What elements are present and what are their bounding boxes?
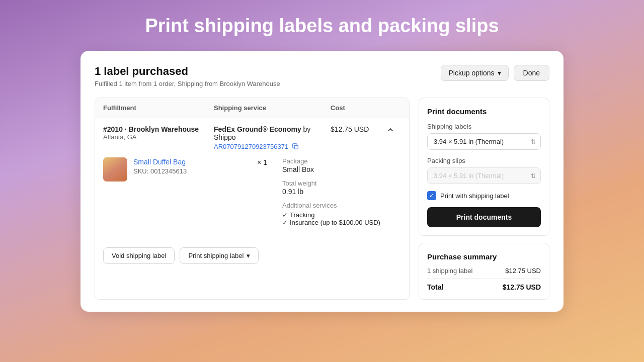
fulfillment-id: #2010 · Brooklyn Warehouse bbox=[103, 125, 214, 133]
fulfillment-row: #2010 · Brooklyn Warehouse Atlanta, GA F… bbox=[95, 118, 409, 240]
card-header-left: 1 label purchased Fulfilled 1 item from … bbox=[95, 65, 280, 87]
weight-label: Total weight bbox=[282, 179, 401, 187]
service-item-tracking: ✓ Tracking bbox=[282, 211, 401, 219]
shipping-service-name: FedEx Ground® Economy by Shippo bbox=[214, 125, 331, 141]
package-value: Small Box bbox=[282, 165, 401, 173]
main-card: 1 label purchased Fulfilled 1 item from … bbox=[80, 51, 564, 312]
print-shipping-label-button[interactable]: Print shipping label ▾ bbox=[180, 247, 259, 264]
packing-slips-select-wrapper: 3.94 × 5.91 in (Thermal) ⇅ bbox=[427, 167, 541, 184]
fulfillment-row-header: #2010 · Brooklyn Warehouse Atlanta, GA F… bbox=[103, 125, 401, 150]
pickup-options-label: Pickup options bbox=[448, 69, 494, 77]
card-header-right: Pickup options ▾ Done bbox=[441, 65, 549, 81]
print-with-label-text: Print with shipping label bbox=[440, 192, 509, 200]
service-name-text: FedEx Ground® Economy bbox=[214, 125, 301, 133]
purchase-summary-card: Purchase summary 1 shipping label $12.75… bbox=[419, 243, 549, 300]
card-header: 1 label purchased Fulfilled 1 item from … bbox=[95, 65, 549, 87]
additional-services-section: Additional services ✓ Tracking ✓ Insuran… bbox=[282, 202, 401, 226]
svg-rect-0 bbox=[294, 145, 298, 149]
shipping-labels-select[interactable]: 3.94 × 5.91 in (Thermal) bbox=[427, 133, 541, 150]
right-panel: Print documents Shipping labels 3.94 × 5… bbox=[419, 98, 549, 300]
print-docs-card: Print documents Shipping labels 3.94 × 5… bbox=[419, 98, 549, 236]
summary-label-0: 1 shipping label bbox=[427, 267, 472, 275]
col-shipping-service: Shipping service bbox=[214, 104, 331, 112]
shipping-labels-select-wrapper: 3.94 × 5.91 in (Thermal) ⇅ bbox=[427, 133, 541, 150]
action-buttons: Void shipping label Print shipping label… bbox=[95, 247, 409, 272]
col-action bbox=[386, 104, 401, 112]
package-section: Package Small Box bbox=[282, 157, 401, 173]
card-subtitle: Fulfilled 1 item from 1 order, Shipping … bbox=[95, 80, 280, 87]
copy-icon[interactable] bbox=[292, 143, 299, 150]
service-insurance-text: Insurance (up to $100.00 USD) bbox=[290, 219, 380, 226]
service-tracking-text: Tracking bbox=[290, 211, 314, 219]
summary-row-0: 1 shipping label $12.75 USD bbox=[427, 267, 541, 275]
void-shipping-label-button[interactable]: Void shipping label bbox=[103, 247, 175, 264]
purchase-summary-title: Purchase summary bbox=[427, 252, 541, 261]
print-label-text: Print shipping label bbox=[188, 252, 244, 259]
pickup-options-button[interactable]: Pickup options ▾ bbox=[441, 65, 508, 81]
item-name-link[interactable]: Small Duffel Bag bbox=[133, 158, 186, 166]
collapse-icon[interactable] bbox=[386, 125, 395, 134]
print-documents-button[interactable]: Print documents bbox=[427, 207, 541, 227]
chevron-down-icon-print: ▾ bbox=[247, 252, 250, 259]
shipping-service-col: FedEx Ground® Economy by Shippo AR070791… bbox=[214, 125, 331, 150]
print-with-label-checkbox[interactable]: ✓ bbox=[427, 191, 436, 200]
fulfillment-id-col: #2010 · Brooklyn Warehouse Atlanta, GA bbox=[103, 125, 214, 141]
print-docs-title: Print documents bbox=[427, 107, 541, 116]
table-header: Fulfillment Shipping service Cost bbox=[95, 98, 409, 118]
summary-value-0: $12.75 USD bbox=[505, 267, 541, 275]
summary-total-value: $12.75 USD bbox=[503, 283, 541, 291]
col-cost: Cost bbox=[331, 104, 386, 112]
tracking-link[interactable]: AR070791270923756371 bbox=[214, 143, 331, 150]
weight-section: Total weight 0.91 lb bbox=[282, 179, 401, 196]
tracking-number: AR070791270923756371 bbox=[214, 143, 288, 150]
service-item-insurance: ✓ Insurance (up to $100.00 USD) bbox=[282, 219, 401, 226]
summary-total-label: Total bbox=[427, 283, 443, 291]
fulfillment-location: Atlanta, GA bbox=[103, 133, 214, 141]
check-icon-tracking: ✓ bbox=[282, 211, 288, 219]
package-label: Package bbox=[282, 157, 401, 165]
chevron-down-icon: ▾ bbox=[498, 69, 501, 77]
item-package-info: Package Small Box Total weight 0.91 lb A… bbox=[282, 157, 401, 232]
packing-slips-select[interactable]: 3.94 × 5.91 in (Thermal) bbox=[427, 167, 541, 184]
done-button[interactable]: Done bbox=[514, 65, 549, 81]
check-icon-insurance: ✓ bbox=[282, 219, 288, 226]
col-fulfillment: Fulfillment bbox=[103, 104, 214, 112]
packing-slips-label: Packing slips bbox=[427, 157, 541, 164]
item-qty: × 1 bbox=[252, 158, 272, 166]
item-details: Small Duffel Bag SKU: 0012345613 bbox=[133, 157, 252, 175]
card-body: Fulfillment Shipping service Cost #2010 … bbox=[95, 98, 549, 300]
item-row: Small Duffel Bag SKU: 0012345613 × 1 Pac… bbox=[103, 157, 401, 240]
weight-value: 0.91 lb bbox=[282, 188, 401, 196]
item-image-inner bbox=[103, 157, 127, 182]
item-sku: SKU: 0012345613 bbox=[133, 167, 252, 175]
cost-cell: $12.75 USD bbox=[331, 125, 386, 133]
checkbox-check-icon: ✓ bbox=[429, 193, 434, 199]
item-image bbox=[103, 157, 127, 182]
summary-total-row: Total $12.75 USD bbox=[427, 279, 541, 291]
additional-services-label: Additional services bbox=[282, 202, 401, 209]
label-purchased-title: 1 label purchased bbox=[95, 65, 280, 78]
fulfillment-panel: Fulfillment Shipping service Cost #2010 … bbox=[95, 98, 410, 300]
page-title: Print shipping labels and packing slips bbox=[145, 15, 499, 37]
print-with-label-row: ✓ Print with shipping label bbox=[427, 191, 541, 200]
shipping-labels-label: Shipping labels bbox=[427, 123, 541, 130]
